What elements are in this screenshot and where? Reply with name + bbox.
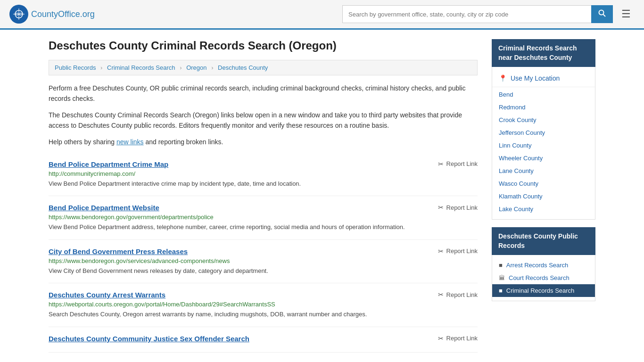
report-link[interactable]: ✂ Report Link bbox=[438, 247, 478, 255]
description-1: Perform a free Deschutes County, OR publ… bbox=[49, 83, 478, 104]
svg-point-4 bbox=[599, 10, 604, 15]
svg-line-5 bbox=[603, 15, 606, 17]
report-icon: ✂ bbox=[438, 335, 444, 342]
result-item: City of Bend Government Press Releases ✂… bbox=[49, 240, 478, 284]
logo-text: CountyOffice.org bbox=[31, 9, 95, 19]
result-item: Bend Police Department Website ✂ Report … bbox=[49, 196, 478, 240]
nearby-header: Criminal Records Search near Deschutes C… bbox=[492, 39, 595, 67]
report-link[interactable]: ✂ Report Link bbox=[438, 335, 478, 342]
result-title[interactable]: Bend Police Department Website bbox=[49, 204, 159, 212]
sidebar-item-wheeler-county[interactable]: Wheeler County bbox=[492, 152, 595, 165]
result-item: Bend Police Department Crime Map ✂ Repor… bbox=[49, 153, 478, 197]
search-area: ☰ bbox=[342, 5, 635, 23]
report-link[interactable]: ✂ Report Link bbox=[438, 160, 478, 168]
report-icon: ✂ bbox=[438, 160, 444, 168]
sidebar-court-records[interactable]: 🏛 Court Records Search bbox=[492, 272, 595, 284]
breadcrumb-deschutes-county[interactable]: Deschutes County bbox=[218, 64, 268, 71]
result-url[interactable]: https://webportal.courts.oregon.gov/port… bbox=[49, 301, 478, 308]
criminal-icon: ■ bbox=[499, 287, 503, 294]
logo-icon bbox=[9, 5, 28, 24]
sidebar-item-lake-county[interactable]: Lake County bbox=[492, 203, 595, 215]
hamburger-button[interactable]: ☰ bbox=[618, 6, 635, 22]
result-title[interactable]: Bend Police Department Crime Map bbox=[49, 160, 168, 168]
divider bbox=[492, 87, 595, 87]
sidebar-arrest-records[interactable]: ■ Arrest Records Search bbox=[492, 259, 595, 272]
sidebar-criminal-records[interactable]: ■ Criminal Records Search bbox=[492, 284, 595, 297]
result-desc: View Bend Police Department interactive … bbox=[49, 179, 478, 189]
main-container: Deschutes County Criminal Records Search… bbox=[39, 30, 605, 362]
content-area: Deschutes County Criminal Records Search… bbox=[49, 39, 478, 353]
breadcrumb-oregon[interactable]: Oregon bbox=[186, 64, 206, 71]
search-input[interactable] bbox=[342, 5, 591, 23]
report-link[interactable]: ✂ Report Link bbox=[438, 291, 478, 298]
nearby-body: 📍 Use My Location Bend Redmond Crook Cou… bbox=[492, 67, 595, 220]
result-item: Deschutes County Arrest Warrants ✂ Repor… bbox=[49, 283, 478, 327]
result-title[interactable]: Deschutes County Community Justice Sex O… bbox=[49, 335, 249, 343]
result-url[interactable]: https://www.bendoregon.gov/services/adva… bbox=[49, 257, 478, 264]
sidebar-item-crook-county[interactable]: Crook County bbox=[492, 114, 595, 126]
result-desc: Search Deschutes County, Oregon arrest w… bbox=[49, 310, 478, 319]
arrest-icon: ■ bbox=[499, 262, 503, 269]
report-icon: ✂ bbox=[438, 247, 444, 255]
sidebar-item-jefferson-county[interactable]: Jefferson County bbox=[492, 126, 595, 139]
sidebar-item-bend[interactable]: Bend bbox=[492, 88, 595, 101]
use-my-location-link[interactable]: Use My Location bbox=[511, 74, 560, 82]
result-title[interactable]: City of Bend Government Press Releases bbox=[49, 247, 188, 255]
court-icon: 🏛 bbox=[499, 274, 505, 281]
result-desc: View Bend Police Department address, tel… bbox=[49, 222, 478, 232]
page-title: Deschutes County Criminal Records Search… bbox=[49, 39, 478, 52]
use-my-location[interactable]: 📍 Use My Location bbox=[492, 71, 595, 86]
search-button[interactable] bbox=[591, 5, 613, 23]
sidebar-item-redmond[interactable]: Redmond bbox=[492, 101, 595, 114]
sidebar-item-lane-county[interactable]: Lane County bbox=[492, 165, 595, 177]
sidebar: Criminal Records Search near Deschutes C… bbox=[492, 39, 595, 353]
sidebar-item-linn-county[interactable]: Linn County bbox=[492, 139, 595, 152]
breadcrumb-criminal-records-search[interactable]: Criminal Records Search bbox=[107, 64, 175, 71]
pin-icon: 📍 bbox=[499, 74, 507, 82]
public-records-section: Deschutes County Public Records ■ Arrest… bbox=[492, 227, 595, 301]
result-item: Deschutes County Community Justice Sex O… bbox=[49, 327, 478, 353]
description-2: The Deschutes County Criminal Records Se… bbox=[49, 110, 478, 131]
result-title[interactable]: Deschutes County Arrest Warrants bbox=[49, 291, 165, 299]
site-logo[interactable]: CountyOffice.org bbox=[9, 5, 95, 24]
records-body: ■ Arrest Records Search 🏛 Court Records … bbox=[492, 255, 595, 301]
description-3: Help others by sharing new links and rep… bbox=[49, 137, 478, 147]
result-url[interactable]: http://communitycrimemap.com/ bbox=[49, 170, 478, 177]
result-url[interactable]: https://www.bendoregon.gov/government/de… bbox=[49, 214, 478, 221]
report-icon: ✂ bbox=[438, 291, 444, 298]
results-list: Bend Police Department Crime Map ✂ Repor… bbox=[49, 153, 478, 353]
new-links-link[interactable]: new links bbox=[116, 138, 144, 146]
nearby-section: Criminal Records Search near Deschutes C… bbox=[492, 39, 595, 220]
records-header: Deschutes County Public Records bbox=[492, 227, 595, 255]
site-header: CountyOffice.org ☰ bbox=[0, 0, 644, 30]
report-icon: ✂ bbox=[438, 204, 444, 211]
report-link[interactable]: ✂ Report Link bbox=[438, 204, 478, 211]
sidebar-item-wasco-county[interactable]: Wasco County bbox=[492, 177, 595, 190]
sidebar-item-klamath-county[interactable]: Klamath County bbox=[492, 190, 595, 203]
result-desc: View City of Bend Government news releas… bbox=[49, 266, 478, 276]
breadcrumb: Public Records › Criminal Records Search… bbox=[49, 60, 478, 75]
breadcrumb-public-records[interactable]: Public Records bbox=[55, 64, 96, 71]
